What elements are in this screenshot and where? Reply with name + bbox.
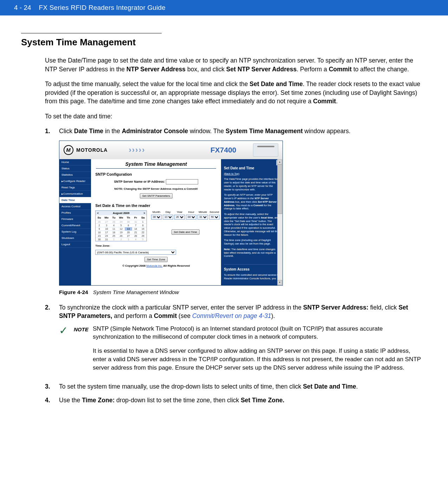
calendar-day[interactable]: 22: [139, 230, 147, 234]
nav-item-logout[interactable]: Logout: [59, 241, 91, 248]
calendar-day[interactable]: 2: [117, 238, 125, 241]
calendar-day[interactable]: 3: [125, 238, 132, 241]
calendar-day[interactable]: 13: [125, 227, 132, 230]
nav-item-profiles[interactable]: Profiles: [59, 210, 91, 216]
figure-caption: Figure 4-24System Time Management Window: [59, 289, 423, 295]
section-title: System Time Management: [21, 37, 423, 48]
calendar-day[interactable]: 17: [103, 230, 110, 234]
calendar-day[interactable]: 7: [132, 223, 139, 227]
set-timezone-button[interactable]: Set Time Zone: [144, 257, 168, 262]
help-p1: The Date/Time page provides the interfac…: [224, 177, 280, 191]
calendar-day[interactable]: 27: [125, 234, 132, 238]
step-3: 3. To set the system time manually, use …: [45, 382, 423, 391]
calendar-day[interactable]: 1: [139, 220, 147, 223]
sntp-heading: SNTP Configuration: [95, 172, 221, 176]
panel-title: System Time Management: [91, 159, 221, 168]
calendar-day[interactable]: 16: [96, 230, 103, 234]
calendar-next-icon[interactable]: >: [143, 212, 145, 215]
calendar-day[interactable]: 8: [139, 223, 147, 227]
nav-item-communication[interactable]: Communication: [59, 191, 91, 197]
nav-item-read-tags[interactable]: Read Tags: [59, 184, 91, 191]
tz-label: Time Zone:: [95, 244, 221, 247]
calendar-day[interactable]: 30: [96, 238, 103, 241]
calendar-day[interactable]: 21: [132, 230, 139, 234]
calendar-day[interactable]: 2: [96, 223, 103, 227]
note-block: ✓ NOTE SNTP (Simple Network Time Protoco…: [59, 325, 423, 378]
timezone-select[interactable]: (GMT-08:00) Pacific Time (US & Canada): [95, 250, 176, 255]
motorola-logo: M MOTOROLA: [64, 145, 108, 155]
calendar-day[interactable]: 9: [96, 227, 103, 230]
note-label: NOTE: [74, 325, 93, 378]
back-to-top-link[interactable]: (Back to Top): [224, 172, 239, 175]
second-select[interactable]: 59: [209, 215, 220, 220]
calendar-day[interactable]: 14: [132, 227, 139, 230]
nav-item-date-time[interactable]: Date Time: [59, 197, 91, 203]
calendar-widget[interactable]: < August 2009 > SuMoTuWeThFrSa 262728293…: [95, 210, 147, 241]
calendar-prev-icon[interactable]: <: [97, 212, 99, 215]
calendar-day[interactable]: 31: [132, 220, 139, 223]
calendar-day[interactable]: 31: [103, 238, 110, 241]
minute-select[interactable]: 31: [197, 215, 208, 220]
nav-item-firmware[interactable]: Firmware: [59, 216, 91, 222]
calendar-day[interactable]: 20: [125, 230, 132, 234]
nav-item-access-control[interactable]: Access Control: [59, 203, 91, 210]
embedded-app-window: M MOTOROLA › › › › › FX7400 HomeStatusSt…: [59, 141, 283, 286]
help-title: Set Date and Time: [224, 166, 280, 170]
calendar-day[interactable]: 4: [110, 223, 118, 227]
month-select[interactable]: 08: [151, 215, 162, 220]
xref-link[interactable]: Commit/Revert on page 4-31: [192, 312, 271, 319]
calendar-day[interactable]: 30: [125, 220, 132, 223]
scroll-down-icon[interactable]: ▼: [277, 280, 282, 285]
calendar-day[interactable]: 28: [132, 234, 139, 238]
nav-item-statistics[interactable]: Statistics: [59, 172, 91, 178]
calendar-day[interactable]: 11: [110, 227, 118, 230]
nav-item-status[interactable]: Status: [59, 165, 91, 172]
calendar-day[interactable]: 29: [139, 234, 147, 238]
calendar-day[interactable]: 29: [117, 220, 125, 223]
calendar-day[interactable]: 23: [96, 234, 103, 238]
screenshot-figure: M MOTOROLA › › › › › FX7400 HomeStatusSt…: [59, 141, 423, 286]
calendar-day[interactable]: 12: [117, 227, 125, 230]
calendar-day[interactable]: 26: [117, 234, 125, 238]
calendar-month-label: August 2009: [113, 212, 130, 215]
sntp-address-input[interactable]: [166, 179, 198, 184]
calendar-day[interactable]: 4: [132, 238, 139, 241]
nav-item-system-log[interactable]: System Log: [59, 229, 91, 235]
nav-item-configure-reader[interactable]: Configure Reader: [59, 178, 91, 184]
calendar-day[interactable]: 15: [139, 227, 147, 230]
calendar-day[interactable]: 26: [96, 220, 103, 223]
calendar-day[interactable]: 5: [139, 238, 147, 241]
calendar-day[interactable]: 18: [110, 230, 118, 234]
nav-item-commit-revert[interactable]: Commit/Revert: [59, 222, 91, 229]
guide-title: FX Series RFID Readers Integrator Guide: [39, 4, 166, 12]
calendar-day[interactable]: 10: [103, 227, 110, 230]
set-date-time-button[interactable]: Set Date and Time: [171, 229, 200, 235]
help-sys-title: System Access: [224, 264, 280, 271]
nav-item-shutdown[interactable]: Shutdown: [59, 235, 91, 241]
calendar-day[interactable]: 1: [110, 238, 118, 241]
scroll-up-icon[interactable]: ▲: [277, 160, 282, 164]
footer-link[interactable]: Motorola Inc.: [146, 264, 162, 267]
main-panel: System Time Management SNTP Configuratio…: [91, 159, 221, 285]
hour-select[interactable]: 04: [186, 215, 196, 220]
calendar-day[interactable]: 25: [110, 234, 118, 238]
calendar-day[interactable]: 27: [103, 220, 110, 223]
scrollbar[interactable]: ▲ ▼: [277, 159, 283, 285]
scroll-thumb[interactable]: [277, 164, 282, 214]
model-label: FX7400: [210, 146, 236, 154]
nav-sidebar: HomeStatusStatisticsConfigure ReaderRead…: [59, 159, 91, 285]
calendar-day[interactable]: 24: [103, 234, 110, 238]
sntp-row: SNTP Server Name or IP Address:: [91, 179, 221, 184]
day-select[interactable]: 13: [163, 215, 173, 220]
calendar-day[interactable]: 19: [117, 230, 125, 234]
help-p2: To specify an NTP server, enter your NTP…: [224, 193, 280, 210]
calendar-day[interactable]: 3: [103, 223, 110, 227]
nav-item-home[interactable]: Home: [59, 159, 91, 165]
calendar-day[interactable]: 28: [110, 220, 118, 223]
step-1: 1. Click Date Time in the Administrator …: [45, 127, 423, 136]
device-image: [253, 143, 278, 157]
calendar-day[interactable]: 6: [125, 223, 132, 227]
year-select[interactable]: 2009: [174, 215, 185, 220]
calendar-day[interactable]: 5: [117, 223, 125, 227]
set-sntp-button[interactable]: Set SNTP Parameters: [140, 193, 173, 199]
